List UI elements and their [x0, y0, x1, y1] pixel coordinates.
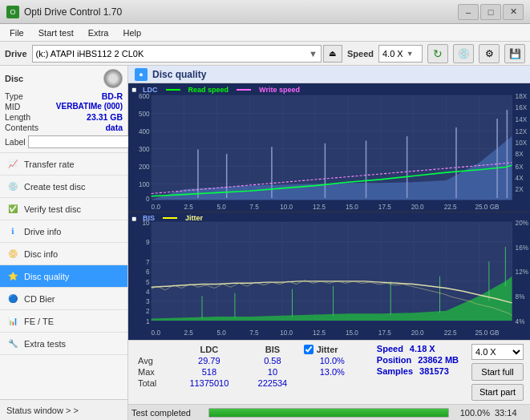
- sidebar-item-verify-test-disc[interactable]: ✅ Verify test disc: [0, 198, 127, 220]
- progress-time: 33:14: [495, 408, 527, 418]
- sidebar-item-drive-info[interactable]: ℹ Drive info: [0, 220, 127, 243]
- sidebar-item-fe-te[interactable]: 📊 FE / TE: [0, 310, 127, 333]
- top-chart-legend: ■ LDC Read speed Write speed: [131, 85, 527, 94]
- stats-bar: LDC BIS Jitter Avg: [128, 340, 530, 404]
- save-button[interactable]: 💾: [504, 44, 525, 63]
- disc-label-input[interactable]: [28, 135, 135, 148]
- progress-bar-container: Test completed 100.0% 33:14: [128, 404, 530, 420]
- svg-text:15.0: 15.0: [346, 203, 358, 211]
- speed-dropdown[interactable]: 4.0 X ▼: [378, 45, 423, 63]
- start-full-button[interactable]: Start full: [471, 363, 524, 381]
- drive-dropdown[interactable]: (k:) ATAPI iHBS112 2 CL0K ▼: [32, 45, 322, 63]
- drive-info-label: Drive info: [24, 227, 61, 236]
- nav-list: 📈 Transfer rate 💿 Create test disc ✅ Ver…: [0, 153, 127, 399]
- svg-text:7.5: 7.5: [249, 328, 258, 337]
- svg-text:2: 2: [146, 306, 150, 315]
- ldc-header: LDC: [174, 344, 245, 355]
- extra-tests-label: Extra tests: [24, 339, 66, 349]
- disc-info-panel: Disc Type BD-R MID VERBATIMe (000) Lengt…: [0, 66, 127, 153]
- window-title: Opti Drive Control 1.70: [24, 6, 122, 18]
- svg-text:25.0 GB: 25.0 GB: [475, 328, 499, 337]
- svg-text:300: 300: [139, 144, 150, 152]
- create-test-disc-icon: 💿: [6, 180, 19, 193]
- drive-eject-button[interactable]: ⏏: [323, 45, 342, 63]
- speed-row: Speed 4.18 X: [377, 344, 459, 353]
- sidebar-item-create-test-disc[interactable]: 💿 Create test disc: [0, 176, 127, 198]
- avg-row: Avg 29.79 0.58 10.0%: [135, 355, 364, 366]
- svg-text:22.5: 22.5: [444, 203, 457, 211]
- menu-help[interactable]: Help: [116, 26, 148, 39]
- cd-bier-label: CD Bier: [24, 294, 55, 304]
- transfer-rate-label: Transfer rate: [24, 160, 75, 169]
- sidebar-item-disc-info[interactable]: 📀 Disc info: [0, 243, 127, 265]
- svg-text:16%: 16%: [516, 242, 528, 251]
- disc-contents-row: Contents data: [5, 123, 123, 132]
- chart-title: Disc quality: [152, 69, 206, 80]
- progress-percent: 100.0%: [454, 408, 490, 418]
- jitter-checkbox[interactable]: [304, 345, 314, 354]
- bottom-chart-svg: 10 9 7 6 5 4 3 2 1 20% 16% 12% 8% 4%: [128, 212, 530, 341]
- svg-text:6: 6: [146, 267, 150, 276]
- svg-text:2.5: 2.5: [184, 328, 193, 337]
- sidebar-item-disc-quality[interactable]: ⭐ Disc quality: [0, 265, 127, 288]
- svg-text:10X: 10X: [516, 139, 528, 147]
- action-buttons: 4.0 X 2.0 X 1.0 X Start full Start part: [465, 341, 530, 404]
- start-part-button[interactable]: Start part: [471, 384, 524, 402]
- speed-info: Speed 4.18 X Position 23862 MB Samples 3…: [370, 341, 465, 404]
- progress-bar-fill: [209, 409, 448, 417]
- svg-text:20.0: 20.0: [411, 328, 424, 337]
- svg-text:400: 400: [139, 127, 150, 135]
- svg-text:2X: 2X: [516, 185, 524, 193]
- chart-header: ● Disc quality: [128, 66, 530, 83]
- fe-te-icon: 📊: [6, 315, 19, 328]
- settings-button[interactable]: ⚙: [479, 44, 500, 63]
- svg-text:17.5: 17.5: [378, 203, 391, 211]
- svg-text:5.0: 5.0: [216, 328, 225, 337]
- svg-text:500: 500: [139, 109, 150, 117]
- minimize-button[interactable]: –: [458, 4, 479, 20]
- title-bar: O Opti Drive Control 1.70 – □ ✕: [0, 0, 530, 24]
- svg-text:22.5: 22.5: [444, 328, 457, 337]
- drive-label: Drive: [5, 49, 27, 59]
- close-button[interactable]: ✕: [503, 4, 524, 20]
- disc-mid-row: MID VERBATIMe (000): [5, 102, 123, 111]
- svg-text:20.0: 20.0: [411, 203, 424, 211]
- drive-toolbar: Drive (k:) ATAPI iHBS112 2 CL0K ▼ ⏏ Spee…: [0, 42, 530, 66]
- sidebar-item-extra-tests[interactable]: 🔧 Extra tests: [0, 333, 127, 355]
- svg-text:1: 1: [146, 316, 150, 325]
- svg-text:7: 7: [146, 257, 150, 266]
- verify-test-disc-label: Verify test disc: [24, 204, 81, 214]
- svg-text:16X: 16X: [516, 103, 528, 111]
- samples-row: Samples 381573: [377, 366, 459, 376]
- disc-button[interactable]: 💿: [453, 44, 474, 63]
- transfer-rate-icon: 📈: [6, 158, 19, 171]
- charts-container: ■ LDC Read speed Write speed: [128, 83, 530, 340]
- menu-extra[interactable]: Extra: [82, 26, 115, 39]
- position-row: Position 23862 MB: [377, 355, 459, 365]
- menu-bar: File Start test Extra Help: [0, 24, 530, 42]
- sidebar-item-cd-bier[interactable]: 🔵 CD Bier: [0, 288, 127, 310]
- disc-quality-icon: ⭐: [6, 270, 19, 283]
- content-area: ● Disc quality ■ LDC Read speed Write sp…: [128, 66, 530, 420]
- svg-text:0.0: 0.0: [152, 203, 161, 211]
- top-chart-svg: 600 500 400 300 200 100 0 18X 16X 14X 12…: [128, 83, 530, 212]
- menu-file[interactable]: File: [3, 26, 30, 39]
- svg-text:12%: 12%: [516, 267, 528, 276]
- drive-info-icon: ℹ: [6, 225, 19, 238]
- svg-text:0.0: 0.0: [152, 328, 160, 337]
- verify-test-disc-icon: ✅: [6, 203, 19, 216]
- refresh-button[interactable]: ↻: [427, 44, 448, 63]
- speed-select[interactable]: 4.0 X 2.0 X 1.0 X: [471, 344, 524, 360]
- top-chart: ■ LDC Read speed Write speed: [128, 83, 530, 212]
- svg-text:3: 3: [146, 297, 150, 305]
- svg-text:8X: 8X: [516, 150, 524, 158]
- maximize-button[interactable]: □: [480, 4, 501, 20]
- svg-text:2.5: 2.5: [184, 203, 194, 211]
- sidebar-item-transfer-rate[interactable]: 📈 Transfer rate: [0, 153, 127, 176]
- svg-text:0: 0: [146, 195, 150, 203]
- status-window-link[interactable]: Status window > >: [0, 399, 127, 420]
- disc-quality-header-icon: ●: [135, 68, 148, 81]
- svg-text:200: 200: [139, 162, 150, 170]
- disc-quality-label: Disc quality: [24, 272, 69, 281]
- menu-start-test[interactable]: Start test: [32, 26, 80, 39]
